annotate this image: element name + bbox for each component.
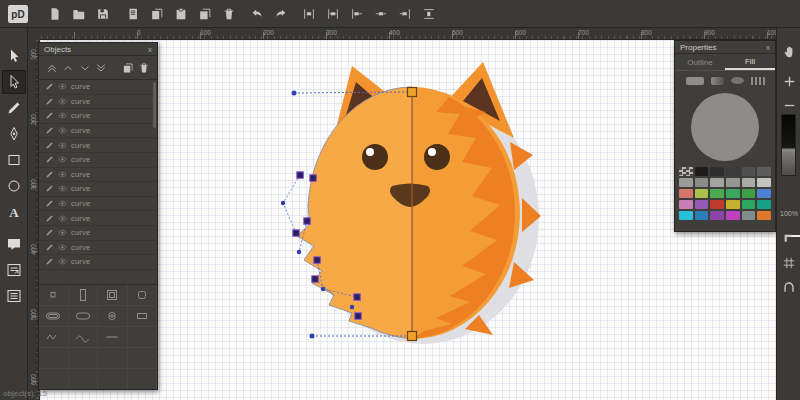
objects-list-scrollbar[interactable] (153, 82, 156, 128)
swatch[interactable] (742, 211, 756, 220)
object-list-item[interactable]: curve (39, 80, 157, 95)
hand-button[interactable] (780, 42, 798, 60)
dog-left-face[interactable] (297, 87, 412, 339)
swatch[interactable] (710, 167, 724, 176)
swatch[interactable] (726, 200, 740, 209)
shape-curve-line[interactable] (69, 327, 99, 348)
swatch[interactable] (695, 200, 709, 209)
swatch[interactable] (695, 167, 709, 176)
object-list-item[interactable]: curve (39, 124, 157, 139)
snap-button[interactable] (780, 278, 798, 296)
swatch[interactable] (679, 178, 693, 187)
tool-rectangle[interactable] (2, 148, 26, 172)
tool-comment[interactable] (2, 232, 26, 256)
tool-select[interactable] (2, 44, 26, 68)
swatch[interactable] (757, 189, 771, 198)
object-list-item[interactable]: curve (39, 255, 157, 270)
swatch[interactable] (710, 178, 724, 187)
swatch[interactable] (679, 211, 693, 220)
zoom-slider[interactable] (781, 114, 796, 176)
swatch[interactable] (726, 211, 740, 220)
object-list-item[interactable]: curve (39, 182, 157, 197)
objects-panel-close-button[interactable]: x (148, 45, 152, 54)
app-logo[interactable]: pD (8, 5, 28, 23)
grid-button[interactable] (780, 254, 798, 272)
swatch[interactable] (742, 200, 756, 209)
object-list-item[interactable]: curve (39, 109, 157, 124)
shape-pill-double[interactable] (39, 306, 69, 327)
shape-square-small[interactable] (39, 285, 69, 306)
shape-rect-wide[interactable] (128, 306, 158, 327)
tool-layer-list[interactable] (2, 284, 26, 308)
pattern-fill-icon[interactable] (751, 77, 765, 85)
undo-button[interactable] (248, 5, 266, 23)
swatch[interactable] (742, 178, 756, 187)
tab-fill[interactable]: Fill (725, 54, 775, 70)
tool-pen[interactable] (2, 122, 26, 146)
swatch[interactable] (695, 178, 709, 187)
move-down-button[interactable] (78, 61, 92, 75)
swatch[interactable] (742, 189, 756, 198)
swatch[interactable] (726, 189, 740, 198)
move-up-button[interactable] (62, 61, 76, 75)
swatch[interactable] (695, 211, 709, 220)
gradient-fill-icon[interactable] (711, 77, 724, 85)
solid-fill-icon[interactable] (686, 77, 704, 85)
move-to-top-button[interactable] (45, 61, 59, 75)
shape-rect-large[interactable] (98, 285, 128, 306)
duplicate-button[interactable] (121, 61, 135, 75)
shape-pill[interactable] (69, 306, 99, 327)
swatch[interactable] (710, 211, 724, 220)
move-to-bottom-button[interactable] (95, 61, 109, 75)
swatch[interactable] (757, 200, 771, 209)
align-left-button[interactable] (300, 5, 318, 23)
properties-panel-close-button[interactable]: x (766, 43, 770, 52)
properties-panel-header[interactable]: Properties x (675, 41, 775, 54)
align-center-horizontal-button[interactable] (324, 5, 342, 23)
corner-button[interactable] (780, 230, 798, 248)
tool-direct-select[interactable] (2, 70, 26, 94)
open-folder-button[interactable] (70, 5, 88, 23)
redo-button[interactable] (272, 5, 290, 23)
swatch[interactable] (679, 200, 693, 209)
swatch-transparent[interactable] (679, 167, 693, 176)
tool-pencil[interactable] (2, 96, 26, 120)
object-list-item[interactable]: curve (39, 168, 157, 183)
shape-rect-tall[interactable] (69, 285, 99, 306)
swatch[interactable] (726, 167, 740, 176)
object-list-item[interactable]: curve (39, 138, 157, 153)
tool-artboard-settings[interactable] (2, 258, 26, 282)
distribute-horizontal-button[interactable] (372, 5, 390, 23)
swatch[interactable] (726, 178, 740, 187)
tab-outline[interactable]: Outline (675, 54, 725, 70)
shape-square-rounded[interactable] (128, 285, 158, 306)
zoom-in-button[interactable] (780, 72, 798, 90)
swatch[interactable] (757, 178, 771, 187)
delete-button[interactable] (220, 5, 238, 23)
new-page-button[interactable] (124, 5, 142, 23)
swatch[interactable] (757, 167, 771, 176)
radial-fill-icon[interactable] (731, 77, 744, 84)
objects-panel-header[interactable]: Objects x (39, 43, 157, 56)
new-document-button[interactable] (46, 5, 64, 23)
align-edge-button[interactable] (396, 5, 414, 23)
object-list-item[interactable]: curve (39, 95, 157, 110)
object-list-item[interactable]: curve (39, 211, 157, 226)
zoom-out-button[interactable] (780, 96, 798, 114)
swatch[interactable] (710, 189, 724, 198)
swatch[interactable] (679, 189, 693, 198)
swatch[interactable] (695, 189, 709, 198)
swatch[interactable] (757, 211, 771, 220)
delete-button[interactable] (138, 61, 152, 75)
object-list-item[interactable]: curve (39, 226, 157, 241)
object-list-item[interactable]: curve (39, 241, 157, 256)
copy-button[interactable] (148, 5, 166, 23)
shape-zigzag-line[interactable] (39, 327, 69, 348)
swatch[interactable] (742, 167, 756, 176)
swatch[interactable] (710, 200, 724, 209)
align-right-button[interactable] (348, 5, 366, 23)
object-list-item[interactable]: curve (39, 153, 157, 168)
object-list-item[interactable]: curve (39, 197, 157, 212)
tool-ellipse[interactable] (2, 174, 26, 198)
save-button[interactable] (94, 5, 112, 23)
